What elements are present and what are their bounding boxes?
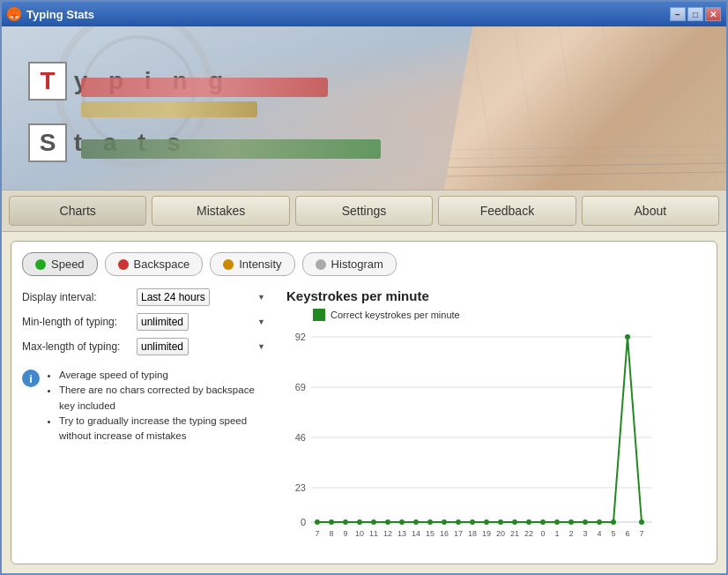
chart-title: Keystrokes per minute [286, 288, 706, 303]
content-panel: Speed Backspace Intensity Histogram [11, 241, 717, 564]
data-point-23 [639, 519, 644, 525]
svg-text:7: 7 [639, 529, 643, 538]
window-controls: − □ ✕ [670, 7, 721, 21]
hero-bar-red [81, 78, 328, 97]
svg-text:20: 20 [496, 529, 505, 538]
maximize-button[interactable]: □ [687, 7, 703, 21]
nav-charts[interactable]: Charts [9, 196, 146, 226]
data-point-21 [611, 519, 616, 525]
data-point-14 [512, 519, 517, 525]
data-point-19 [583, 519, 588, 525]
histogram-dot [316, 259, 326, 270]
max-length-wrapper: unlimited [137, 338, 269, 355]
y-label-69: 69 [295, 382, 306, 392]
app-icon: 🦊 [7, 7, 21, 21]
tab-histogram[interactable]: Histogram [302, 252, 397, 276]
svg-text:11: 11 [369, 529, 378, 538]
svg-text:2: 2 [568, 529, 573, 538]
display-interval-select[interactable]: Last 24 hours [137, 288, 210, 306]
y-label-92: 92 [295, 332, 306, 342]
display-interval-wrapper: Last 24 hours [137, 288, 269, 306]
svg-line-1 [444, 172, 726, 176]
info-bullet-3: Try to gradually increase the typing spe… [59, 414, 269, 444]
svg-line-4 [471, 26, 497, 190]
svg-line-3 [444, 154, 726, 159]
title-bar: 🦊 Typing Stats − □ ✕ [2, 2, 726, 26]
nav-about[interactable]: About [582, 196, 719, 226]
data-point-2 [343, 519, 348, 525]
min-length-select[interactable]: unlimited [137, 313, 189, 331]
svg-text:5: 5 [611, 529, 615, 538]
tab-backspace[interactable]: Backspace [105, 252, 204, 276]
svg-text:18: 18 [468, 529, 477, 538]
info-bullet-1: Average speed of typing [59, 368, 269, 383]
max-length-select[interactable]: unlimited [137, 338, 189, 355]
info-icon: i [22, 370, 40, 387]
chart-svg: 92 69 46 23 0 [286, 325, 657, 541]
svg-text:12: 12 [383, 529, 392, 538]
display-interval-label: Display interval: [22, 291, 137, 303]
svg-line-5 [515, 26, 541, 190]
data-point-18 [568, 519, 574, 525]
svg-text:16: 16 [440, 529, 449, 538]
nav-feedback[interactable]: Feedback [438, 196, 576, 226]
minimize-button[interactable]: − [670, 7, 686, 21]
data-point-4 [371, 519, 376, 525]
nav-bar: Charts Mistakes Settings Feedback About [2, 190, 726, 232]
info-box: i Average speed of typing There are no c… [22, 368, 269, 444]
legend-label: Correct keystrokes per minute [331, 310, 460, 320]
data-point-12 [484, 519, 489, 525]
data-point-1 [329, 519, 334, 525]
svg-text:1: 1 [554, 529, 559, 538]
chart-svg-container: 92 69 46 23 0 [286, 325, 706, 543]
data-point-9 [442, 519, 447, 525]
hero-hand-image [444, 26, 726, 190]
svg-line-2 [444, 146, 726, 150]
hero-bar-green [81, 139, 381, 159]
svg-text:4: 4 [597, 529, 601, 538]
chart-line [317, 337, 642, 522]
svg-text:22: 22 [524, 529, 533, 538]
window-title: Typing Stats [26, 8, 670, 21]
data-point-6 [399, 519, 405, 525]
svg-text:3: 3 [583, 529, 587, 538]
data-point-17 [554, 519, 560, 525]
svg-text:6: 6 [625, 529, 629, 538]
svg-text:19: 19 [482, 529, 491, 538]
data-point-15 [526, 519, 531, 525]
display-interval-row: Display interval: Last 24 hours [22, 288, 269, 306]
data-point-13 [498, 519, 503, 525]
close-button[interactable]: ✕ [705, 7, 721, 21]
nav-mistakes[interactable]: Mistakes [152, 196, 289, 226]
app-window: 🦊 Typing Stats − □ ✕ T y p i n g S t a t… [0, 0, 728, 575]
data-point-8 [427, 519, 433, 525]
legend-color-box [313, 309, 325, 321]
info-bullet-2: There are no chars corrected by backspac… [59, 383, 269, 414]
svg-line-0 [444, 163, 726, 168]
chart-legend: Correct keystrokes per minute [286, 309, 706, 321]
data-point-11 [470, 519, 475, 525]
speed-dot [35, 259, 46, 270]
svg-text:21: 21 [510, 529, 519, 538]
tab-speed[interactable]: Speed [22, 252, 98, 276]
tab-speed-label: Speed [51, 258, 85, 271]
data-point-3 [357, 519, 362, 525]
chart-controls: Display interval: Last 24 hours Min-leng… [22, 288, 269, 543]
tab-histogram-label: Histogram [331, 258, 383, 271]
min-length-wrapper: unlimited [137, 313, 269, 331]
hero-banner: T y p i n g S t a t s [2, 26, 726, 190]
nav-settings[interactable]: Settings [295, 196, 433, 226]
tab-backspace-label: Backspace [134, 258, 190, 271]
info-text: Average speed of typing There are no cha… [47, 368, 269, 444]
svg-text:9: 9 [343, 529, 347, 538]
svg-line-8 [647, 26, 673, 190]
tab-intensity-label: Intensity [239, 258, 281, 271]
svg-text:17: 17 [454, 529, 463, 538]
svg-text:15: 15 [426, 529, 435, 538]
data-point-20 [597, 519, 602, 525]
tab-intensity[interactable]: Intensity [210, 252, 294, 276]
data-point-spike [625, 334, 630, 340]
main-content: Speed Backspace Intensity Histogram [2, 232, 726, 573]
hero-letter-S: S [28, 123, 67, 162]
svg-text:13: 13 [397, 529, 406, 538]
